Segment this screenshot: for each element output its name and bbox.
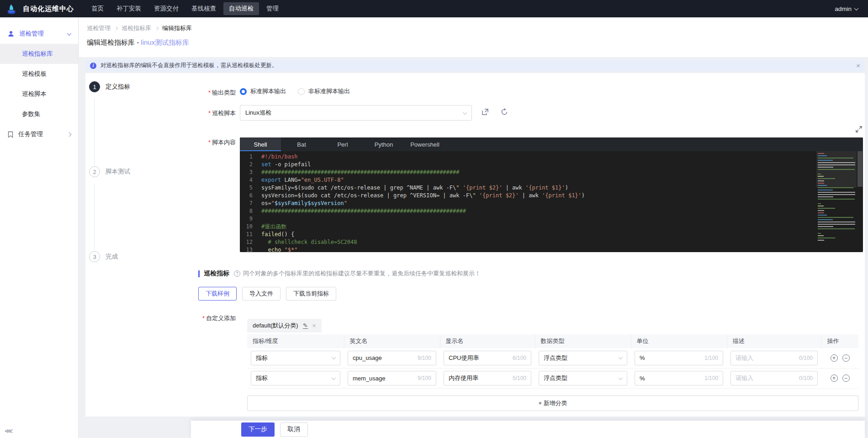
- expand-icon[interactable]: [856, 126, 862, 132]
- required-asterisk: *: [208, 139, 211, 146]
- remove-row-icon[interactable]: −: [842, 354, 850, 362]
- menu-item-resource[interactable]: 资源交付: [148, 2, 184, 15]
- editor-scrollbar-thumb[interactable]: [857, 151, 863, 187]
- script-select-actions: [481, 108, 508, 116]
- menu-item-patch[interactable]: 补丁安装: [111, 2, 147, 15]
- radio-unchecked-icon[interactable]: [298, 88, 305, 95]
- metrics-section-title: 巡检指标: [204, 269, 229, 278]
- minimap[interactable]: [816, 151, 857, 252]
- radio-nonstandard-output[interactable]: 非标准脚本输出: [298, 87, 350, 95]
- tab-perl[interactable]: Perl: [322, 137, 363, 151]
- close-icon[interactable]: ×: [856, 62, 860, 69]
- download-current-metrics-button[interactable]: 下载当前指标: [286, 287, 336, 301]
- col-display-name: 显示名: [440, 334, 535, 348]
- page-title-library-name: linux测试指标库: [141, 38, 189, 46]
- row2-english-name-input[interactable]: mem_usage9/100: [348, 371, 436, 385]
- code-lines[interactable]: #!/bin/bashset -o pipefail##############…: [258, 151, 863, 252]
- row1-english-name-input[interactable]: cpu_usage9/100: [348, 351, 436, 365]
- row2-display-name-input[interactable]: 内存使用率5/100: [444, 371, 531, 385]
- col-english-name: 英文名: [344, 334, 440, 348]
- script-select-value: Linux巡检: [245, 109, 271, 117]
- required-asterisk: *: [208, 89, 211, 96]
- action-footer: 下一步 取消: [191, 421, 865, 438]
- output-type-label: *输出类型: [172, 89, 236, 97]
- tab-powershell[interactable]: Powershell: [404, 137, 445, 151]
- code-editor: Shell Bat Perl Python Powershell 1234567…: [240, 137, 863, 252]
- sidebar-group-task-mgmt[interactable]: 任务管理: [0, 124, 78, 144]
- char-counter: 9/100: [418, 355, 431, 361]
- row1-data-type-select[interactable]: 浮点类型: [539, 351, 627, 365]
- tab-shell[interactable]: Shell: [240, 137, 281, 151]
- row2-type-select[interactable]: 指标: [251, 371, 340, 385]
- step-connector: [94, 99, 95, 165]
- remove-row-icon[interactable]: −: [842, 375, 850, 382]
- row2-unit-input[interactable]: %1/100: [635, 371, 723, 385]
- row1-type-select[interactable]: 指标: [251, 351, 340, 365]
- page-header: 巡检管理 巡检指标库 编辑指标库 编辑巡检指标库 - linux测试指标库: [79, 17, 868, 57]
- menu-item-home[interactable]: 首页: [86, 2, 109, 15]
- chevron-down-icon: [619, 375, 623, 380]
- close-icon[interactable]: ×: [312, 322, 316, 329]
- step-label: 完成: [106, 253, 118, 261]
- step-number: 1: [89, 81, 100, 92]
- main-card: 1 定义指标 2 脚本测试 3 完成 *输出类型 标准脚本输出 非标准脚本输出: [85, 73, 865, 417]
- menu-item-inspection[interactable]: 自动巡检: [223, 2, 259, 15]
- sidebar-item-template[interactable]: 巡检模板: [0, 64, 78, 84]
- user-menu[interactable]: admin: [835, 5, 858, 12]
- script-content-label: *脚本内容: [172, 138, 236, 147]
- external-link-icon[interactable]: [481, 108, 489, 116]
- tab-python[interactable]: Python: [363, 137, 404, 151]
- row1-description-input[interactable]: 请输入0/100: [730, 351, 818, 365]
- page-title-prefix: 编辑巡检指标库 -: [87, 38, 141, 46]
- row1-display-name-input[interactable]: CPU使用率6/100: [444, 351, 531, 365]
- section-accent-bar: [198, 270, 200, 277]
- sidebar-item-metric-library[interactable]: 巡检指标库: [0, 44, 78, 64]
- code-gutter: 12345678910111213: [240, 151, 258, 252]
- menu-item-baseline[interactable]: 基线核查: [186, 2, 222, 15]
- step-connector: [94, 184, 95, 250]
- breadcrumb-inspection-mgmt[interactable]: 巡检管理: [87, 24, 111, 32]
- table-row: 指标 cpu_usage9/100 CPU使用率6/100 浮点类型 %1/10…: [247, 348, 858, 368]
- add-category-button[interactable]: + 新增分类: [247, 396, 858, 411]
- category-tab-default[interactable]: default(默认分类) ✎ ×: [247, 319, 322, 332]
- import-file-button[interactable]: 导入文件: [242, 287, 281, 301]
- page-title: 编辑巡检指标库 - linux测试指标库: [87, 38, 868, 47]
- sidebar-item-paramset[interactable]: 参数集: [0, 104, 78, 124]
- next-step-button[interactable]: 下一步: [241, 422, 275, 437]
- output-type-radio-group: 标准脚本输出 非标准脚本输出: [240, 87, 350, 95]
- breadcrumb-metric-library[interactable]: 巡检指标库: [122, 24, 151, 32]
- cancel-button[interactable]: 取消: [280, 422, 308, 437]
- required-asterisk: *: [202, 315, 205, 322]
- app-root: 自动化运维中心 首页 补丁安装 资源交付 基线核查 自动巡检 管理 admin …: [0, 0, 868, 438]
- editor-body[interactable]: 12345678910111213 #!/bin/bashset -o pipe…: [240, 151, 863, 252]
- add-row-icon[interactable]: +: [831, 375, 838, 382]
- menu-item-admin[interactable]: 管理: [261, 2, 284, 15]
- radio-checked-icon[interactable]: [240, 88, 247, 95]
- step-number: 2: [89, 166, 100, 177]
- script-select[interactable]: Linux巡检: [240, 105, 472, 121]
- add-row-icon[interactable]: +: [831, 354, 838, 362]
- edit-icon[interactable]: ✎: [303, 323, 308, 329]
- metrics-table: 指标/维度 英文名 显示名 数据类型 单位 描述 操作 指标 cpu_usage…: [247, 334, 858, 389]
- sidebar-item-script[interactable]: 巡检脚本: [0, 84, 78, 104]
- radio-standard-output[interactable]: 标准脚本输出: [240, 87, 286, 95]
- metrics-hint: 同个对象的多个指标库里的巡检指标建议尽量不要重复，避免后续任务中重复巡检和展示！: [243, 269, 481, 278]
- app-title: 自动化运维中心: [23, 5, 74, 13]
- refresh-icon[interactable]: [500, 108, 508, 116]
- row1-unit-input[interactable]: %1/100: [635, 351, 723, 365]
- info-banner: i 对巡检指标库的编辑不会直接作用于巡检模板，需从巡检模板处更新。 ×: [85, 60, 865, 71]
- sidebar-group-inspection-mgmt[interactable]: 巡检管理: [0, 24, 78, 44]
- app-logo-icon: [5, 3, 17, 15]
- breadcrumb-current: 编辑指标库: [162, 24, 192, 32]
- sidebar-collapse-icon[interactable]: ⋘: [5, 427, 13, 434]
- download-sample-button[interactable]: 下载样例: [198, 287, 237, 301]
- username: admin: [835, 5, 852, 12]
- radio-label: 非标准脚本输出: [308, 87, 350, 95]
- row2-data-type-select[interactable]: 浮点类型: [539, 371, 627, 385]
- editor-scrollbar[interactable]: [857, 151, 863, 252]
- step-3-finish: 3 完成: [89, 251, 118, 262]
- step-number: 3: [89, 251, 100, 262]
- info-icon: i: [90, 63, 96, 69]
- tab-bat[interactable]: Bat: [281, 137, 322, 151]
- row2-description-input[interactable]: 请输入0/100: [730, 371, 818, 385]
